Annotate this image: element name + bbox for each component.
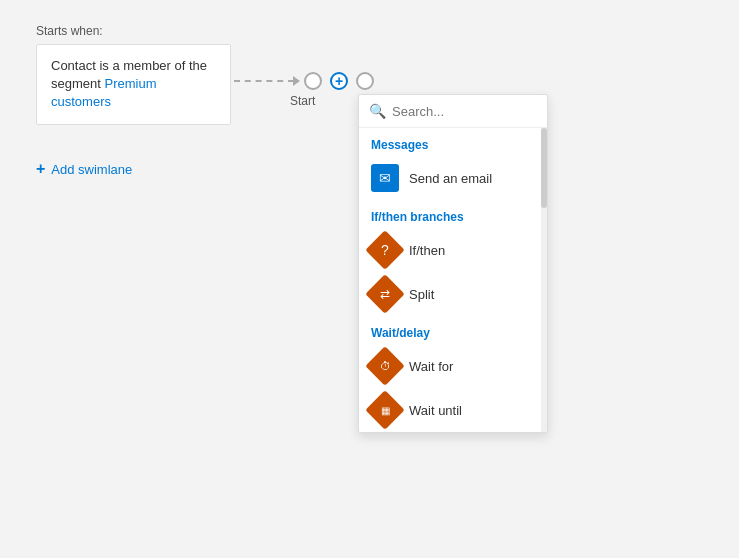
split-label: Split <box>409 287 434 302</box>
split-icon-glyph: ⇄ <box>380 287 390 301</box>
section-wait: Wait/delay <box>359 316 547 344</box>
scrollbar-track <box>541 128 547 432</box>
circle-node-1[interactable] <box>304 72 322 90</box>
search-icon: 🔍 <box>369 103 386 119</box>
circle-node-plus[interactable]: + <box>330 72 348 90</box>
add-swimlane-button[interactable]: + Add swimlane <box>36 160 132 178</box>
wait-for-icon: ⏱ <box>365 346 405 386</box>
menu-item-wait-for[interactable]: ⏱ Wait for <box>359 344 547 388</box>
dropdown-panel: 🔍 Messages ✉ Send an email If/then branc… <box>358 94 548 433</box>
search-input[interactable] <box>392 104 537 119</box>
connector-label: Start <box>290 94 315 108</box>
trigger-card: Contact is a member of the segment Premi… <box>36 44 231 125</box>
menu-item-split[interactable]: ⇄ Split <box>359 272 547 316</box>
section-ifthen: If/then branches <box>359 200 547 228</box>
circle-node-2[interactable] <box>356 72 374 90</box>
wait-for-icon-glyph: ⏱ <box>380 360 391 372</box>
search-bar: 🔍 <box>359 95 547 128</box>
wait-until-icon-glyph: ▦ <box>381 405 390 416</box>
scrollbar-thumb[interactable] <box>541 128 547 208</box>
add-swimlane-label: Add swimlane <box>51 162 132 177</box>
ifthen-icon-glyph: ? <box>381 242 389 258</box>
send-email-icon: ✉ <box>371 164 399 192</box>
menu-item-wait-until[interactable]: ▦ Wait until <box>359 388 547 432</box>
plus-icon: + <box>36 160 45 178</box>
send-email-icon-glyph: ✉ <box>379 170 391 186</box>
ifthen-icon: ? <box>365 230 405 270</box>
menu-item-ifthen[interactable]: ? If/then <box>359 228 547 272</box>
wait-until-label: Wait until <box>409 403 462 418</box>
send-email-label: Send an email <box>409 171 492 186</box>
wait-for-label: Wait for <box>409 359 453 374</box>
canvas: Starts when: Contact is a member of the … <box>0 0 739 558</box>
dashed-line <box>234 80 294 82</box>
wait-until-icon: ▦ <box>365 390 405 430</box>
starts-when-label: Starts when: <box>36 24 103 38</box>
section-messages: Messages <box>359 128 547 156</box>
ifthen-label: If/then <box>409 243 445 258</box>
connector-area: + <box>234 72 378 90</box>
menu-item-send-email[interactable]: ✉ Send an email <box>359 156 547 200</box>
arrow-right <box>293 76 300 86</box>
dropdown-content: Messages ✉ Send an email If/then branche… <box>359 128 547 432</box>
split-icon: ⇄ <box>365 274 405 314</box>
